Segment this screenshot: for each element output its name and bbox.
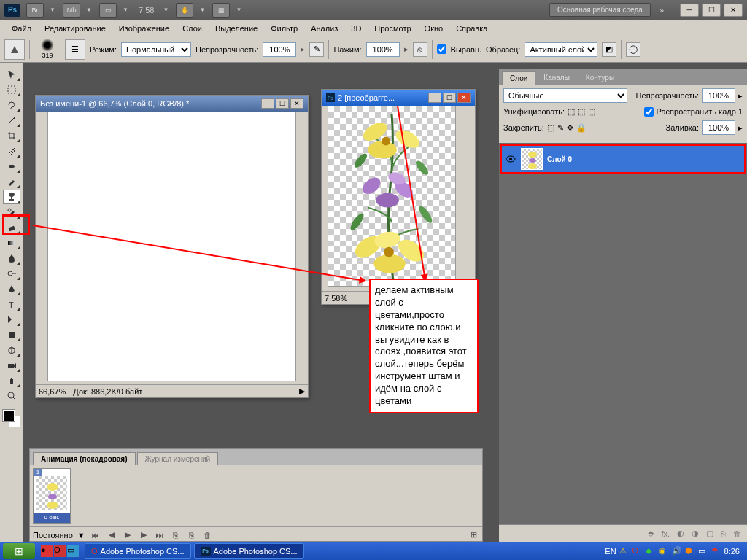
healing-tool[interactable] (3, 159, 20, 174)
mb-icon[interactable]: Mb (63, 3, 80, 18)
maximize-button[interactable]: ☐ (702, 4, 721, 17)
tray-icon[interactable]: ☂ (711, 546, 721, 556)
tray-icon[interactable]: ▭ (698, 546, 708, 556)
doc2-close[interactable]: ✕ (457, 93, 471, 103)
unify-vis-icon[interactable]: ⬚ (578, 107, 585, 117)
bridge-icon[interactable]: Br (26, 3, 44, 18)
menu-filter[interactable]: Фильтр (265, 23, 303, 34)
last-frame-button[interactable]: ⏭ (154, 530, 166, 540)
lang-indicator[interactable]: EN (605, 547, 616, 556)
view-icon[interactable]: ▭ (99, 3, 117, 18)
timeline-toggle[interactable]: ⊞ (468, 530, 479, 540)
ql-icon[interactable]: ▭ (67, 545, 79, 557)
mask-icon[interactable]: ◐ (677, 529, 684, 538)
doc2-min[interactable]: ─ (428, 93, 441, 103)
aligned-checkbox[interactable] (437, 44, 446, 54)
tray-icon[interactable]: ◆ (646, 546, 656, 556)
menu-window[interactable]: Окно (419, 23, 449, 34)
menu-3d[interactable]: 3D (345, 23, 367, 34)
hand-tool[interactable] (3, 373, 20, 388)
link-icon[interactable]: ⬘ (648, 529, 654, 538)
stamp-tool[interactable] (3, 190, 20, 204)
menu-help[interactable]: Справка (450, 23, 493, 34)
brush-tool[interactable] (3, 174, 20, 189)
brush-panel-icon[interactable]: ☰ (65, 39, 85, 60)
close-button[interactable]: ✕ (724, 4, 743, 17)
fill-input[interactable] (702, 120, 735, 135)
layer-name[interactable]: Слой 0 (547, 155, 572, 163)
ignore-adj-icon[interactable]: ◩ (602, 42, 616, 57)
task-2[interactable]: PsAdobe Photoshop CS... (194, 543, 304, 559)
blend-mode-select[interactable]: Обычные (503, 88, 627, 103)
dodge-tool[interactable] (3, 266, 20, 281)
flow-input[interactable] (366, 42, 400, 57)
path-tool[interactable] (3, 312, 20, 327)
doc1-titlebar[interactable]: Без имени-1 @ 66,7% (Слой 0, RGB/8) * ─☐… (36, 96, 308, 112)
minimize-button[interactable]: ─ (680, 4, 699, 17)
lock-pixels-icon[interactable]: ✎ (557, 123, 564, 133)
layer-0[interactable]: Слой 0 (500, 144, 746, 174)
marquee-tool[interactable] (3, 82, 20, 97)
eyedropper-tool[interactable] (3, 144, 20, 158)
fx-icon[interactable]: fx. (661, 529, 670, 538)
clock[interactable]: 8:26 (724, 547, 740, 556)
3d-cam-tool[interactable] (3, 358, 20, 373)
first-frame-button[interactable]: ⏮ (90, 530, 101, 540)
unify-pos-icon[interactable]: ⬚ (568, 107, 575, 117)
tray-icon[interactable]: ⚠ (619, 546, 630, 556)
delete-frame-button[interactable]: 🗑 (202, 530, 214, 540)
tablet-size-icon[interactable]: ◯ (626, 42, 640, 57)
tray-icon[interactable]: ⬢ (685, 546, 695, 556)
doc1-canvas[interactable] (47, 112, 296, 381)
prev-frame-button[interactable]: ◀ (106, 530, 117, 540)
lock-all-icon[interactable]: 🔒 (576, 123, 587, 133)
blur-tool[interactable] (3, 251, 20, 265)
doc1-zoom[interactable]: 66,67% (39, 387, 66, 396)
delete-layer-icon[interactable]: 🗑 (733, 529, 741, 538)
propagate-checkbox[interactable] (644, 107, 654, 117)
airbrush-icon[interactable]: ⎋ (413, 42, 427, 57)
doc1-min[interactable]: ─ (261, 98, 274, 109)
channels-tab[interactable]: Каналы (535, 71, 578, 85)
wand-tool[interactable] (3, 113, 20, 128)
doc1-max[interactable]: ☐ (276, 98, 289, 109)
move-tool[interactable] (3, 67, 20, 82)
shape-tool[interactable] (3, 327, 20, 342)
menu-analysis[interactable]: Анализ (305, 23, 344, 34)
layer-opacity-input[interactable] (702, 88, 735, 103)
task-1[interactable]: OAdobe Photoshop CS... (85, 543, 191, 559)
start-button[interactable]: ⊞ (3, 543, 35, 559)
animation-tab[interactable]: Анимация (покадровая) (33, 452, 136, 465)
unify-style-icon[interactable]: ⬚ (588, 107, 595, 117)
measurement-tab[interactable]: Журнал измерений (137, 452, 219, 465)
tray-icon[interactable]: O (632, 546, 643, 556)
adjustment-icon[interactable]: ◑ (692, 529, 699, 538)
zoom-tool[interactable] (3, 389, 20, 403)
menu-edit[interactable]: Редактирование (39, 23, 112, 34)
doc2-max[interactable]: ☐ (443, 93, 456, 103)
tool-preset-icon[interactable] (4, 39, 25, 60)
arrange-icon[interactable]: ▦ (212, 3, 230, 18)
play-button[interactable]: ▶ (122, 530, 133, 540)
next-frame-button[interactable]: ▶ (138, 530, 150, 540)
brush-preview[interactable]: 319 (34, 39, 61, 61)
3d-tool[interactable] (3, 343, 20, 357)
new-layer-icon[interactable]: ⎘ (721, 529, 726, 538)
sample-select[interactable]: Активный слой (525, 42, 597, 57)
type-tool[interactable]: T (3, 297, 20, 311)
new-frame-button[interactable]: ⎘ (186, 530, 198, 540)
loop-select[interactable]: Постоянно (33, 531, 73, 540)
doc2-zoom[interactable]: 7,58% (325, 294, 347, 303)
group-icon[interactable]: ▢ (706, 529, 713, 538)
menu-view[interactable]: Просмотр (368, 23, 417, 34)
visibility-icon[interactable] (505, 153, 516, 165)
ql-icon[interactable]: O (54, 545, 66, 557)
color-swatches[interactable] (3, 410, 20, 427)
paths-tab[interactable]: Контуры (578, 71, 622, 85)
gradient-tool[interactable] (3, 236, 20, 250)
doc2-canvas[interactable] (328, 106, 456, 287)
tween-button[interactable]: ⎘ (170, 530, 182, 540)
lock-pos-icon[interactable]: ✥ (567, 123, 573, 133)
crop-tool[interactable] (3, 128, 20, 143)
layers-tab[interactable]: Слои (502, 71, 535, 85)
